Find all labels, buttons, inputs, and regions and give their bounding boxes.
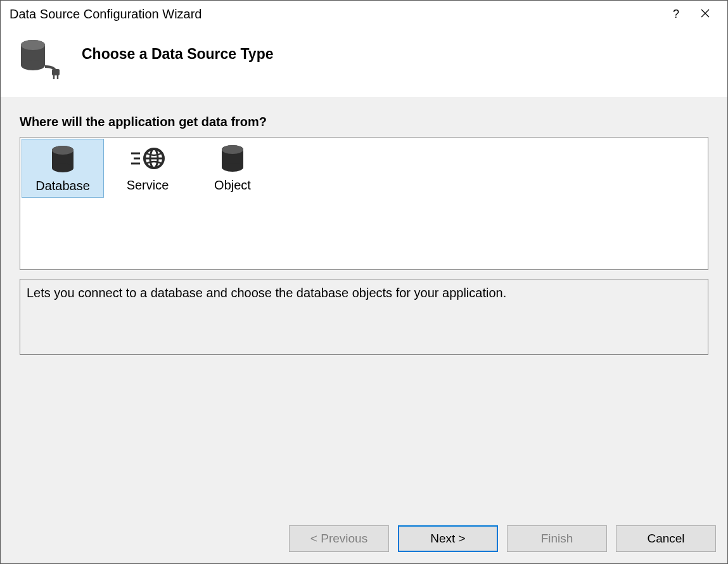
svg-point-21 bbox=[222, 163, 243, 172]
svg-point-4 bbox=[21, 60, 45, 70]
service-icon bbox=[130, 143, 165, 174]
previous-button: < Previous bbox=[289, 525, 389, 552]
page-heading: Choose a Data Source Type bbox=[82, 46, 274, 63]
option-label: Database bbox=[35, 179, 90, 193]
database-plug-icon bbox=[16, 37, 67, 79]
option-service[interactable]: Service bbox=[106, 139, 189, 196]
object-icon bbox=[220, 143, 245, 174]
next-button[interactable]: Next > bbox=[398, 525, 498, 552]
svg-point-12 bbox=[52, 146, 73, 155]
wizard-content: Where will the application get data from… bbox=[1, 97, 727, 515]
option-object[interactable]: Object bbox=[191, 139, 274, 196]
cancel-button[interactable]: Cancel bbox=[616, 525, 716, 552]
help-button[interactable]: ? bbox=[661, 4, 691, 23]
svg-rect-6 bbox=[52, 69, 60, 75]
close-button[interactable] bbox=[691, 4, 720, 23]
svg-point-11 bbox=[52, 163, 73, 172]
prompt-text: Where will the application get data from… bbox=[20, 115, 708, 129]
svg-point-5 bbox=[21, 40, 45, 50]
option-label: Service bbox=[127, 178, 169, 193]
description-text: Lets you connect to a database and choos… bbox=[20, 279, 708, 355]
finish-button: Finish bbox=[507, 525, 607, 552]
database-icon bbox=[50, 143, 75, 175]
window-title: Data Source Configuration Wizard bbox=[10, 7, 661, 22]
wizard-footer: < Previous Next > Finish Cancel bbox=[1, 515, 727, 563]
option-label: Object bbox=[214, 178, 251, 193]
close-icon bbox=[701, 8, 710, 21]
option-database[interactable]: Database bbox=[22, 139, 104, 198]
help-icon: ? bbox=[673, 8, 679, 21]
titlebar: Data Source Configuration Wizard ? bbox=[1, 1, 727, 26]
svg-point-22 bbox=[222, 145, 243, 154]
data-source-options: Database Service bbox=[20, 137, 708, 270]
wizard-header: Choose a Data Source Type bbox=[1, 26, 727, 97]
